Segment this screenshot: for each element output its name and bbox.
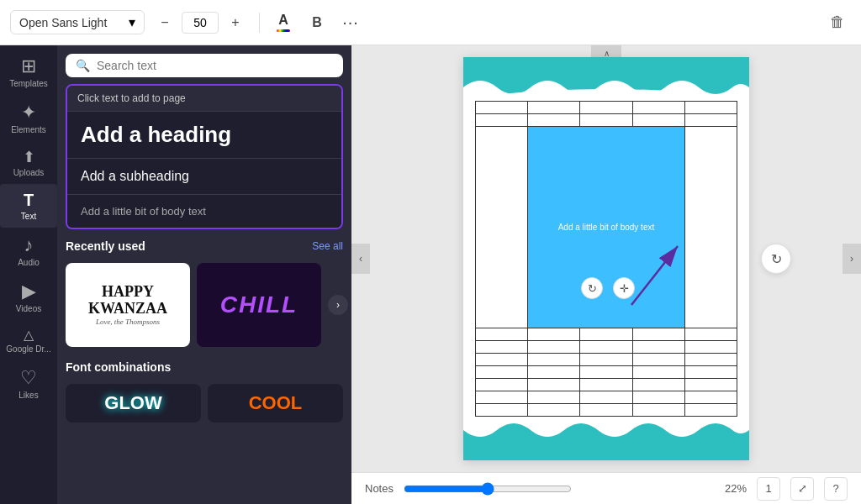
canvas-scroll-left-button[interactable]: ‹ [351, 244, 370, 274]
canvas-document: Add a little bit of body text [463, 57, 749, 460]
text-options-box: Click text to add to page Add a heading … [66, 84, 343, 229]
uploads-icon: ⬆ [23, 148, 35, 166]
main-area: ⊞ Templates ✦ Elements ⬆ Uploads T Text … [0, 45, 861, 504]
sidebar-item-googledrive[interactable]: △ Google Dr... [0, 320, 57, 360]
notes-scrubber[interactable] [404, 482, 572, 496]
bottom-bar: Notes 22% 1 ⤢ ? [351, 472, 861, 504]
font-combo-preview: GLOW COOL [66, 384, 343, 423]
templates-icon: ⊞ [21, 55, 36, 77]
see-all-button[interactable]: See all [312, 240, 343, 252]
search-input[interactable] [97, 59, 333, 72]
recently-used-header: Recently used See all [66, 236, 343, 256]
sidebar-item-videos[interactable]: ▶ Videos [0, 274, 57, 320]
font-name-label: Open Sans Light [19, 16, 107, 29]
rotate-text-button[interactable]: ↻ [581, 277, 603, 299]
font-selector[interactable]: Open Sans Light ▾ [10, 10, 145, 34]
uploads-label: Uploads [13, 168, 45, 177]
toolbar: Open Sans Light ▾ − + A B ··· 🗑 [0, 0, 861, 45]
table-area: Add a little bit of body text [475, 101, 737, 417]
zoom-label: 22% [725, 482, 747, 495]
kwanzaa-subtitle: Love, the Thompsons [96, 318, 160, 326]
elements-icon: ✦ [21, 102, 36, 123]
doc-table: Add a little bit of body text [475, 101, 737, 417]
add-subheading-button[interactable]: Add a subheading [67, 158, 341, 194]
elements-label: Elements [11, 125, 46, 134]
font-combinations-section: Font combinations GLOW COOL [66, 357, 343, 423]
templates-label: Templates [9, 79, 48, 88]
audio-label: Audio [18, 258, 40, 267]
font-combo-glow-card[interactable]: GLOW [66, 384, 201, 423]
chill-text: CHILL [220, 291, 298, 318]
sidebar-item-elements[interactable]: ✦ Elements [0, 95, 57, 141]
table-row [476, 114, 737, 127]
likes-icon: ♡ [20, 367, 37, 389]
delete-button[interactable]: 🗑 [824, 9, 851, 36]
sidebar-item-text[interactable]: T Text [0, 184, 57, 228]
font-size-increase-button[interactable]: + [222, 9, 249, 36]
template-chill-card[interactable]: CHILL [197, 263, 321, 347]
font-combinations-header: Font combinations [66, 357, 343, 377]
svg-rect-0 [463, 57, 749, 97]
text-color-button[interactable]: A [270, 9, 297, 36]
font-size-decrease-button[interactable]: − [151, 9, 178, 36]
rotate-tool-button[interactable]: ↻ [761, 244, 791, 274]
text-icon: T [24, 191, 34, 210]
table-row [476, 391, 737, 404]
more-options-button[interactable]: ··· [337, 9, 364, 36]
googledrive-label: Google Dr... [6, 344, 50, 354]
sidebar-item-uploads[interactable]: ⬆ Uploads [0, 141, 57, 184]
toolbar-divider [259, 13, 260, 33]
text-panel: 🔍 Click text to add to page Add a headin… [57, 45, 351, 504]
canvas-area: ‹ › ∧ [351, 45, 861, 504]
cool-text: COOL [249, 392, 303, 414]
font-combo-cool-card[interactable]: COOL [208, 384, 343, 423]
doc-bottom-decoration [463, 420, 749, 460]
videos-icon: ▶ [22, 281, 36, 302]
table-row [476, 379, 737, 391]
table-row [476, 354, 737, 366]
selected-text-content: Add a little bit of body text [558, 223, 655, 232]
audio-icon: ♪ [24, 234, 34, 256]
table-row [476, 341, 737, 354]
move-text-button[interactable]: ✛ [613, 277, 635, 299]
doc-top-decoration [463, 57, 749, 97]
carousel-next-button[interactable]: › [328, 295, 348, 315]
glow-text: GLOW [104, 392, 161, 414]
text-edit-controls: ↻ ✛ [581, 277, 635, 299]
search-icon: 🔍 [76, 59, 90, 72]
table-row [476, 102, 737, 114]
recently-used-list: HAPPYKWANZAA Love, the Thompsons CHILL › [66, 263, 343, 347]
canvas-scroll-right-button[interactable]: › [843, 244, 861, 274]
add-body-text-button[interactable]: Add a little bit of body text [67, 194, 341, 228]
table-row [476, 404, 737, 417]
help-button[interactable]: ? [824, 477, 848, 501]
text-color-bar [277, 29, 290, 32]
recently-used-title: Recently used [66, 239, 145, 253]
chevron-down-icon: ▾ [129, 14, 135, 30]
kwanzaa-title: HAPPYKWANZAA [88, 284, 167, 318]
text-label: Text [21, 212, 36, 221]
notes-label: Notes [365, 482, 394, 495]
fullscreen-button[interactable]: ⤢ [790, 477, 814, 501]
bold-button[interactable]: B [304, 9, 330, 36]
text-color-letter: A [278, 13, 288, 28]
table-row [476, 366, 737, 379]
template-kwanzaa-card[interactable]: HAPPYKWANZAA Love, the Thompsons [66, 263, 190, 347]
font-size-input[interactable] [182, 12, 219, 34]
googledrive-icon: △ [24, 327, 34, 343]
sidebar: ⊞ Templates ✦ Elements ⬆ Uploads T Text … [0, 45, 57, 504]
text-options-header: Click text to add to page [67, 86, 341, 111]
font-combinations-title: Font combinations [66, 360, 171, 374]
canvas-scroll-area[interactable]: ‹ › ∧ [351, 45, 861, 472]
sidebar-item-audio[interactable]: ♪ Audio [0, 228, 57, 274]
sidebar-item-templates[interactable]: ⊞ Templates [0, 49, 57, 95]
font-size-group: − + [151, 9, 249, 36]
likes-label: Likes [18, 391, 38, 400]
search-box: 🔍 [66, 54, 343, 77]
sidebar-item-likes[interactable]: ♡ Likes [0, 360, 57, 407]
videos-label: Videos [16, 304, 41, 313]
page-number-button[interactable]: 1 [757, 477, 780, 501]
table-row [476, 328, 737, 341]
add-heading-button[interactable]: Add a heading [67, 111, 341, 158]
